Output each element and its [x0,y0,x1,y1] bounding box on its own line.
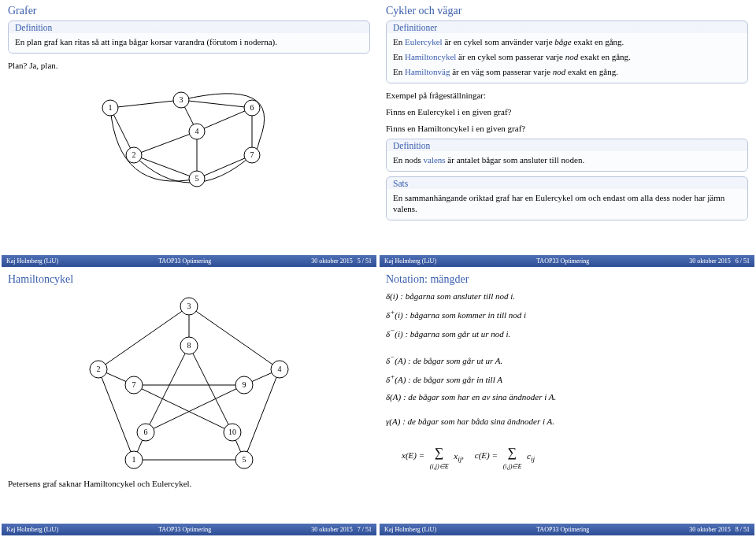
hamiltonvag-line: En Hamiltonväg är en väg som passerar va… [393,66,741,78]
delta-minus-i: δ−(i) : bågarna som går ut ur nod i. [386,326,748,340]
slide-footer: Kaj Holmberg (LiU) TAOP33 Optimering 30 … [380,524,754,535]
svg-text:2: 2 [132,150,136,159]
slide-6: Cykler och vägar Definitioner En Eulercy… [380,2,754,267]
example-q2: Finns en Hamiltoncykel i en given graf? [386,123,748,135]
footer-author: Kaj Holmberg (LiU) [384,526,436,533]
definition-box: Definition En plan graf kan ritas så att… [8,20,370,54]
slide-footer: Kaj Holmberg (LiU) TAOP33 Optimering 30 … [380,255,754,267]
box-body: En sammanhängande oriktad graf har en Eu… [387,189,747,220]
box-heading: Definition [9,21,369,33]
footer-page: 7 / 51 [358,526,372,533]
footer-author: Kaj Holmberg (LiU) [384,257,436,265]
slide-title: Grafer [8,5,370,17]
svg-text:2: 2 [97,365,101,373]
footer-page: 8 / 51 [736,526,750,533]
planar-graph: 1 3 6 4 2 5 7 [8,76,370,210]
slide-7: Hamiltoncykel 3 4 5 [2,270,376,535]
definition-box-2: Definition En nods valens är antalet båg… [386,139,748,172]
svg-text:7: 7 [132,380,136,389]
footer-date: 30 oktober 2015 [311,257,352,265]
gamma-A: γ(A) : de bågar som har båda sina ändnod… [386,416,748,428]
footer-page: 6 / 51 [736,257,750,265]
slide-8: Notation: mängder δ(i) : bågarna som ans… [380,270,754,535]
footer-author: Kaj Holmberg (LiU) [6,257,58,265]
footer-course: TAOP33 Optimering [58,257,311,265]
svg-text:5: 5 [195,174,199,183]
slide-title: Hamiltoncykel [8,273,370,286]
plan-question: Plan? Ja, plan. [8,60,370,72]
svg-text:8: 8 [187,341,191,350]
svg-text:4: 4 [278,365,282,373]
box-body: En Eulercykel är en cykel som använder v… [387,33,747,83]
delta-A: δ(A) : de bågar som har en av sina ändno… [386,391,748,403]
svg-text:1: 1 [109,103,113,112]
delta-plus-i: δ+(i) : bågarna som kommer in till nod i [386,307,748,321]
box-body: En plan graf kan ritas så att inga bågar… [9,33,369,53]
slide-5: Grafer Definition En plan graf kan ritas… [2,2,376,267]
hamilton-line: En Hamiltoncykel är en cykel som passera… [393,51,741,63]
box-heading: Definition [387,139,747,151]
footer-course: TAOP33 Optimering [58,526,311,533]
example-q1: Finns en Eulercykel i en given graf? [386,106,748,118]
slide-title: Cykler och vägar [386,5,748,17]
sats-box: Sats En sammanhängande oriktad graf har … [386,176,748,221]
slide-title: Notation: mängder [386,273,748,286]
footer-date: 30 oktober 2015 [689,257,730,265]
svg-text:7: 7 [250,150,254,159]
box-heading: Sats [387,177,747,189]
equation: x(E) = ∑(i,j)∈E xij, c(E) = ∑(i,j)∈E cij [386,442,748,472]
footer-course: TAOP33 Optimering [436,257,689,265]
box-body: En nods valens är antalet bågar som ansl… [387,151,747,171]
footer-date: 30 oktober 2015 [311,526,352,533]
footer-page: 5 / 51 [358,257,372,265]
svg-text:6: 6 [144,428,148,436]
delta-i: δ(i) : bågarna som ansluter till nod i. [386,291,748,302]
delta-plus-A: δ+(A) : de bågar som går in till A [386,372,748,387]
svg-text:1: 1 [132,455,136,464]
definitions-box: Definitioner En Eulercykel är en cykel s… [386,20,748,83]
petersen-caption: Petersens graf saknar Hamiltoncykel och … [8,478,370,490]
euler-line: En Eulercykel är en cykel som använder v… [393,36,741,48]
footer-date: 30 oktober 2015 [689,526,730,533]
svg-text:3: 3 [187,302,191,310]
slide-footer: Kaj Holmberg (LiU) TAOP33 Optimering 30 … [2,255,376,267]
svg-text:6: 6 [250,103,254,112]
svg-text:4: 4 [195,127,199,135]
delta-minus-A: δ−(A) : de bågar som går ut ur A. [386,353,748,367]
example-heading: Exempel på frågeställningar: [386,90,748,102]
footer-author: Kaj Holmberg (LiU) [6,526,58,533]
box-heading: Definitioner [387,21,747,33]
petersen-graph: 3 4 5 1 2 8 9 10 6 7 [8,291,370,472]
svg-text:3: 3 [180,95,183,104]
slide-footer: Kaj Holmberg (LiU) TAOP33 Optimering 30 … [2,524,376,535]
svg-text:10: 10 [228,428,236,436]
svg-text:9: 9 [243,380,246,389]
footer-course: TAOP33 Optimering [436,526,689,533]
svg-text:5: 5 [243,455,246,464]
